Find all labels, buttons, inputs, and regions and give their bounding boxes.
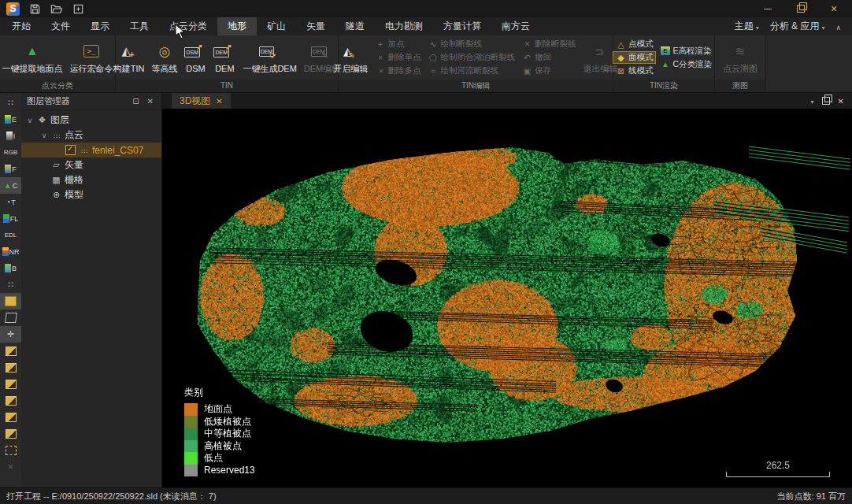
undo-button[interactable]: 撤回 [519, 51, 580, 64]
dsm-button[interactable]: DSM [181, 36, 209, 79]
extract-ground-points-button[interactable]: 一键提取地面点 [0, 36, 66, 79]
view-close-icon[interactable] [838, 97, 844, 106]
classification-render-button[interactable]: C分类渲染 [657, 58, 715, 71]
ribbon-group-label: TIN [116, 80, 338, 92]
layer-checkbox[interactable] [65, 145, 76, 155]
pin-icon[interactable] [130, 97, 141, 106]
tree-item-label: 矢量 [65, 158, 83, 172]
tree-item-label: 点云 [65, 128, 83, 142]
tab-tunnel[interactable]: 隧道 [335, 17, 375, 35]
generate-dem-button[interactable]: 一键生成DEM [239, 36, 299, 79]
line-mode-button[interactable]: 线模式 [613, 65, 657, 77]
tab-file[interactable]: 文件 [41, 17, 80, 35]
view-cube-left[interactable] [0, 409, 21, 425]
tree-item-raster[interactable]: 栅格 [21, 172, 161, 187]
tree-item-icon [51, 175, 61, 185]
view-zoom-extent[interactable] [0, 442, 21, 458]
pointcloud-canvas[interactable] [162, 109, 852, 487]
ribbon-button-icon [259, 41, 281, 62]
run-macro-button[interactable]: 运行宏命令 [67, 36, 117, 79]
tab-pointcloud-classify[interactable]: 点云分类 [159, 17, 217, 35]
panel-close-icon[interactable] [145, 97, 156, 106]
tab-vector[interactable]: 矢量 [296, 17, 335, 35]
view-cube-bottom[interactable] [0, 359, 21, 376]
pointcloud-mapping-button[interactable]: 点云测图 [720, 36, 761, 79]
tab-3d-view[interactable]: 3D视图 [172, 93, 231, 109]
minimize-button[interactable] [756, 0, 780, 17]
close-button[interactable] [822, 0, 846, 17]
expander-icon[interactable]: ∨ [40, 132, 48, 139]
small-button-icon [616, 39, 626, 50]
render-mode-rgb[interactable]: RGB [0, 144, 21, 161]
draw-breakline-button[interactable]: 绘制断裂线 [425, 38, 519, 50]
tree-item-fenlei-cs07[interactable]: fenlei_CS07 [21, 143, 161, 158]
tab-display[interactable]: 显示 [80, 17, 120, 35]
build-tin-button[interactable]: 构建TIN [110, 36, 148, 79]
float-window-icon[interactable] [822, 97, 830, 105]
tab-power-survey[interactable]: 电力勘测 [375, 17, 433, 35]
tool-perspective[interactable] [0, 309, 21, 326]
render-mode-edl[interactable]: EDL [0, 227, 21, 243]
view-cube-front[interactable] [0, 376, 21, 392]
tab-mining[interactable]: 矿山 [257, 17, 296, 35]
delete-single-point-button[interactable]: 删除单点 [372, 51, 424, 64]
render-mode-intensity[interactable]: I [0, 128, 21, 144]
render-mode-fl[interactable]: FL [0, 210, 21, 227]
tab-start[interactable]: 开始 [2, 17, 41, 35]
tree-item-model[interactable]: 模型 [21, 187, 161, 202]
small-button-icon [376, 39, 386, 49]
elevation-render-button[interactable]: E高程渲染 [657, 45, 715, 57]
start-edit-button[interactable]: 开启编辑 [331, 36, 372, 79]
render-mode-nr[interactable]: NR [0, 243, 21, 260]
tab-close-icon[interactable] [216, 95, 222, 106]
view-cube-back[interactable] [0, 392, 21, 409]
tab-south-cloud[interactable]: 南方云 [491, 17, 540, 35]
delete-multi-points-button[interactable]: 删除多点 [372, 65, 424, 77]
theme-menu[interactable]: 主题 [730, 19, 764, 34]
draw-lake-breakline-button[interactable]: 绘制闭合湖泊断裂线 [425, 51, 519, 64]
draw-river-breakline-button[interactable]: 绘制河流断裂线 [425, 65, 519, 77]
render-mode-time[interactable]: T [0, 194, 21, 210]
tool-close[interactable]: ✕ [0, 458, 21, 475]
view-cube-right[interactable] [0, 425, 21, 442]
restore-button[interactable] [789, 0, 813, 17]
delete-breakline-button[interactable]: 删除断裂线 [519, 38, 580, 50]
contour-button[interactable]: 等高线 [148, 36, 180, 79]
render-mode-b[interactable]: B [0, 260, 21, 276]
tree-item-vector[interactable]: 矢量 [21, 158, 161, 172]
chevron-down-icon [756, 21, 759, 32]
add-point-button[interactable]: 加点 [372, 38, 424, 50]
tab-terrain[interactable]: 地形 [217, 17, 257, 35]
small-button-icon [522, 53, 532, 63]
tool-box-select[interactable] [0, 293, 21, 309]
render-mode-f[interactable]: F [0, 161, 21, 177]
legend-swatch [184, 465, 198, 477]
analysis-apps-menu[interactable]: 分析 & 应用 [765, 19, 830, 34]
dem-button[interactable]: DEM [210, 36, 239, 79]
tab-list-dropdown-icon[interactable] [811, 97, 814, 106]
render-mode-classification[interactable]: C [0, 177, 21, 194]
point-mode-button[interactable]: 点模式 [613, 38, 657, 50]
legend-label: Reserved13 [204, 465, 255, 476]
render-mode-elevation[interactable]: E [0, 111, 21, 128]
tab-volume-calc[interactable]: 方量计算 [433, 17, 491, 35]
points-mini-icon[interactable]: ∷ [0, 94, 21, 111]
tree-item-icon [37, 115, 47, 125]
collapse-ribbon-button[interactable] [831, 20, 846, 33]
expander-icon[interactable]: ∨ [26, 117, 34, 124]
tree-item-label: 模型 [65, 188, 83, 202]
small-button-icon [376, 68, 386, 75]
open-folder-icon[interactable] [50, 3, 63, 15]
tool-pan-hand[interactable]: ✛ [0, 326, 21, 343]
save-icon[interactable] [29, 3, 41, 15]
points-mini-icon-2[interactable]: ∷ [0, 276, 21, 293]
save-button[interactable]: 保存 [519, 65, 580, 77]
ribbon-group-label: TIN渲染 [613, 80, 714, 92]
new-project-icon[interactable] [72, 3, 84, 15]
tree-item-pointcloud[interactable]: ∨ 点云 [21, 128, 161, 143]
view-cube-top[interactable] [0, 343, 21, 359]
face-mode-button[interactable]: 面模式 [613, 51, 657, 64]
tree-item-layers[interactable]: ∨ 图层 [21, 113, 161, 128]
scale-bar: 262.5 [726, 460, 830, 477]
tab-tools[interactable]: 工具 [120, 17, 159, 35]
